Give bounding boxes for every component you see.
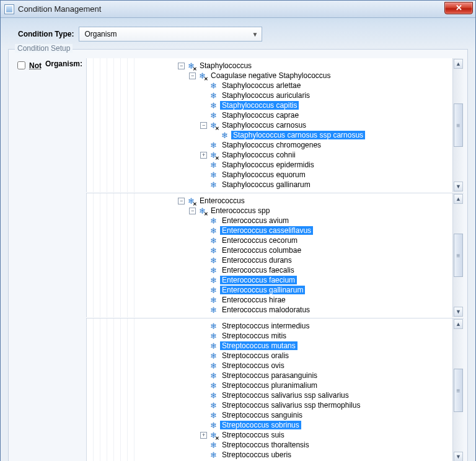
tree-node[interactable]: ❄Streptococcus parasanguinis [134, 371, 464, 380]
tree-body[interactable]: −❄Staphylococcus−❄Coagulase negative Sta… [134, 58, 464, 192]
tree-node-label[interactable]: Staphylococcus carnosus [220, 121, 308, 130]
collapse-button[interactable]: − [189, 72, 196, 79]
collapse-button[interactable]: − [178, 63, 185, 69]
tree-node[interactable]: ❄Staphylococcus gallinarum [134, 180, 464, 190]
tree-node-label[interactable]: Enterococcus spp [209, 206, 271, 215]
scroll-thumb[interactable] [454, 234, 463, 277]
tree-node-label[interactable]: Streptococcus sobrinus [220, 421, 301, 429]
tree-node-label[interactable]: Streptococcus ovis [220, 361, 286, 370]
tree-node-label[interactable]: Staphylococcus [198, 61, 253, 70]
tree-node-label[interactable]: Enterococcus durans [220, 256, 294, 265]
tree-node[interactable]: −❄Staphylococcus carnosus [134, 120, 464, 130]
scroll-down-button[interactable]: ▼ [454, 452, 463, 461]
tree-node[interactable]: ❄Enterococcus avium [134, 216, 464, 226]
tree-node[interactable]: ❄Enterococcus malodoratus [134, 305, 464, 315]
tree-node[interactable]: ❄Streptococcus sanguinis [134, 410, 464, 420]
tree-node[interactable]: ❄Enterococcus durans [134, 255, 464, 265]
tree-node-label[interactable]: Coagulase negative Staphylococcus [209, 71, 332, 80]
tree-node[interactable]: ❄Staphylococcus epidermidis [134, 160, 464, 170]
tree-node[interactable]: ❄Staphylococcus capitis [134, 100, 464, 110]
expand-button[interactable]: + [200, 432, 207, 439]
tree-node[interactable]: ❄Enterococcus columbae [134, 245, 464, 255]
tree-node[interactable]: ❄Streptococcus salivarius ssp salivarius [134, 390, 464, 400]
tree-node[interactable]: ❄Streptococcus mitis [134, 331, 464, 341]
condition-type-dropdown[interactable]: Organism ▼ [79, 27, 262, 42]
tree-node-label[interactable]: Streptococcus mutans [220, 341, 298, 350]
tree-node[interactable]: ❄Streptococcus intermedius [134, 321, 464, 331]
tree-node-label[interactable]: Streptococcus uberis [220, 450, 293, 459]
tree-node[interactable]: ❄Enterococcus faecalis [134, 265, 464, 275]
scroll-thumb[interactable] [454, 369, 463, 412]
scroll-up-button[interactable]: ▲ [454, 194, 463, 204]
window-close-button[interactable]: ✕ [444, 2, 473, 14]
tree-node[interactable]: ❄Staphylococcus equorum [134, 170, 464, 180]
vertical-scrollbar[interactable]: ▲▼ [452, 58, 464, 192]
tree-node-label[interactable]: Enterococcus faecium [220, 276, 297, 284]
tree-node-label[interactable]: Enterococcus avium [220, 216, 291, 225]
tree-node-label[interactable]: Staphylococcus gallinarum [220, 180, 312, 189]
vertical-scrollbar[interactable]: ▲▼ [452, 193, 464, 317]
tree-node[interactable]: ❄Staphylococcus caprae [134, 110, 464, 120]
scroll-up-button[interactable]: ▲ [454, 59, 463, 69]
tree-node-label[interactable]: Staphylococcus carnosus ssp carnosus [231, 131, 365, 139]
tree-node-label[interactable]: Enterococcus gallinarum [220, 286, 305, 294]
tree-node-label[interactable]: Streptococcus salivarius ssp salivarius [220, 391, 351, 400]
tree-node-label[interactable]: Streptococcus sanguinis [220, 411, 304, 419]
expand-button[interactable]: + [200, 152, 207, 159]
tree-node[interactable]: ❄Enterococcus casseliflavus [134, 226, 464, 235]
tree-node-label[interactable]: Streptococcus pluranimalium [220, 381, 319, 390]
tree-node-label[interactable]: Enterococcus hirae [220, 296, 288, 304]
titlebar[interactable]: Condition Management ✕ [1, 1, 475, 18]
tree-node-label[interactable]: Staphylococcus cohnii [220, 151, 298, 159]
tree-node[interactable]: ❄Enterococcus gallinarum [134, 285, 464, 295]
scroll-down-button[interactable]: ▼ [454, 307, 463, 317]
not-checkbox[interactable] [17, 61, 25, 69]
tree-node[interactable]: ❄Staphylococcus carnosus ssp carnosus [134, 130, 464, 140]
tree-node-label[interactable]: Staphylococcus epidermidis [220, 160, 316, 169]
tree-node[interactable]: −❄Enterococcus [134, 196, 464, 206]
tree-node[interactable]: ❄Streptococcus mutans [134, 341, 464, 351]
tree-node[interactable]: ❄Streptococcus ovis [134, 361, 464, 371]
tree-node[interactable]: ❄Streptococcus thoraltensis [134, 440, 464, 450]
tree-node-label[interactable]: Staphylococcus auricularis [220, 91, 312, 100]
tree-node[interactable]: ❄Staphylococcus chromogenes [134, 140, 464, 150]
tree-node-label[interactable]: Enterococcus columbae [220, 246, 303, 255]
tree-node-label[interactable]: Streptococcus suis [220, 431, 286, 439]
vertical-scrollbar[interactable]: ▲▼ [452, 318, 464, 461]
tree-node-label[interactable]: Streptococcus thoraltensis [220, 441, 311, 449]
tree-node-label[interactable]: Enterococcus faecalis [220, 266, 296, 274]
tree-node-label[interactable]: Enterococcus cecorum [220, 236, 299, 245]
tree-node-label[interactable]: Streptococcus intermedius [220, 322, 311, 330]
tree-node[interactable]: ❄Enterococcus cecorum [134, 235, 464, 245]
tree-node[interactable]: −❄Staphylococcus [134, 61, 464, 71]
tree-node[interactable]: ❄Staphylococcus arlettae [134, 81, 464, 90]
scroll-up-button[interactable]: ▲ [454, 319, 463, 329]
tree-node-label[interactable]: Streptococcus mitis [220, 331, 288, 340]
collapse-button[interactable]: − [200, 122, 207, 129]
tree-node-label[interactable]: Enterococcus [198, 196, 247, 205]
tree-node-label[interactable]: Streptococcus oralis [220, 351, 291, 360]
tree-node[interactable]: −❄Enterococcus spp [134, 206, 464, 216]
tree-body[interactable]: ❄Streptococcus intermedius❄Streptococcus… [134, 318, 464, 461]
tree-body[interactable]: −❄Enterococcus−❄Enterococcus spp❄Enteroc… [134, 193, 464, 317]
tree-node[interactable]: +❄Staphylococcus cohnii [134, 150, 464, 160]
tree-node-label[interactable]: Staphylococcus caprae [220, 111, 301, 120]
tree-node-label[interactable]: Staphylococcus chromogenes [220, 141, 323, 149]
tree-node-label[interactable]: Streptococcus salivarius ssp thermophilu… [220, 401, 362, 410]
tree-node[interactable]: ❄Enterococcus faecium [134, 275, 464, 285]
tree-node[interactable]: ❄Enterococcus hirae [134, 295, 464, 305]
tree-node-label[interactable]: Enterococcus malodoratus [220, 305, 312, 314]
tree-node-label[interactable]: Enterococcus casseliflavus [220, 226, 313, 235]
tree-node[interactable]: ❄Streptococcus uberis [134, 450, 464, 460]
tree-node-label[interactable]: Staphylococcus equorum [220, 170, 307, 179]
tree-node[interactable]: ❄Streptococcus salivarius ssp thermophil… [134, 400, 464, 410]
tree-node[interactable]: ❄Streptococcus oralis [134, 351, 464, 361]
tree-node[interactable]: +❄Streptococcus suis [134, 430, 464, 440]
tree-node[interactable]: ❄Staphylococcus auricularis [134, 90, 464, 100]
tree-node-label[interactable]: Staphylococcus capitis [220, 101, 299, 110]
collapse-button[interactable]: − [178, 198, 185, 204]
collapse-button[interactable]: − [189, 208, 196, 214]
tree-node[interactable]: ❄Streptococcus pluranimalium [134, 380, 464, 390]
scroll-thumb[interactable] [454, 103, 463, 147]
scroll-down-button[interactable]: ▼ [454, 182, 463, 191]
